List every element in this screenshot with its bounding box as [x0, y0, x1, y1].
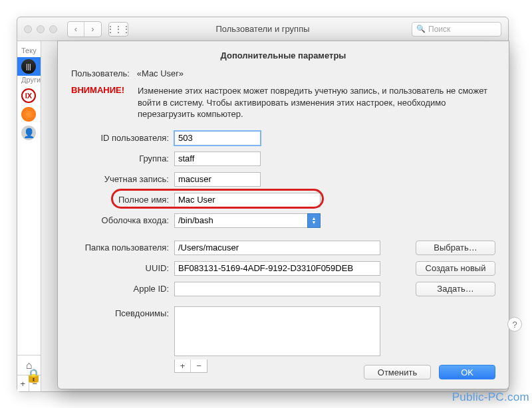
lock-button[interactable]: 🔒: [25, 367, 42, 383]
set-apple-id-button[interactable]: Задать…: [416, 282, 495, 296]
group-label: Группа:: [71, 153, 174, 163]
aliases-label: Псевдонимы:: [71, 306, 174, 318]
dropdown-arrow-icon[interactable]: ▲▼: [307, 213, 321, 228]
user-name: «Mac User»: [137, 68, 184, 78]
forward-button[interactable]: ›: [84, 22, 101, 37]
home-dir-field[interactable]: [174, 241, 380, 255]
choose-home-button[interactable]: Выбрать…: [416, 241, 495, 255]
sidebar-item-user[interactable]: IX: [17, 86, 41, 105]
user-id-row: ID пользователя:: [71, 130, 495, 147]
uuid-field[interactable]: [174, 261, 380, 276]
home-dir-row: Папка пользователя: Выбрать…: [71, 239, 495, 256]
close-window-button[interactable]: [24, 25, 32, 33]
users-sidebar: Теку ||| Други IX 👤 ⌂ + −: [17, 41, 41, 391]
help-button[interactable]: ?: [507, 317, 522, 332]
uuid-row: UUID: Создать новый: [71, 260, 495, 277]
full-name-label: Полное имя:: [71, 195, 174, 205]
account-label: Учетная запись:: [71, 174, 174, 184]
full-name-field[interactable]: [174, 193, 321, 207]
group-row: Группа:: [71, 150, 495, 167]
user-row: Пользователь: «Mac User»: [71, 68, 495, 78]
avatar-guest-icon: 👤: [21, 126, 36, 140]
create-new-uuid-button[interactable]: Создать новый: [416, 261, 495, 276]
aliases-plusminus: + −: [174, 359, 207, 373]
back-button[interactable]: ‹: [68, 22, 84, 37]
search-icon: 🔍: [416, 25, 426, 33]
search-input[interactable]: 🔍 Поиск: [412, 22, 501, 37]
help-icon: ?: [512, 320, 517, 330]
sidebar-heading-other: Други: [17, 76, 41, 84]
warning-label: ВНИМАНИЕ!: [71, 85, 138, 120]
user-label: Пользователь:: [71, 68, 130, 78]
sidebar-item-current-user[interactable]: |||: [17, 57, 41, 76]
warning-row: ВНИМАНИЕ! Изменение этих настроек может …: [71, 85, 495, 120]
user-id-field[interactable]: [174, 131, 261, 146]
lock-icon: 🔒: [25, 368, 42, 383]
watermark: Public-PC.com: [452, 391, 529, 404]
group-field[interactable]: [174, 152, 261, 166]
sidebar-item-user[interactable]: [17, 105, 41, 124]
advanced-options-sheet: Дополнительные параметры Пользователь: «…: [57, 41, 509, 389]
show-all-button[interactable]: ⋮⋮⋮: [108, 22, 128, 37]
avatar-disabled-icon: IX: [21, 88, 36, 103]
titlebar: ‹ › ⋮⋮⋮ Пользователи и группы 🔍 Поиск: [17, 17, 508, 41]
apple-id-label: Apple ID:: [71, 284, 174, 294]
avatar-icon: [21, 107, 36, 122]
avatar-piano-icon: |||: [21, 59, 36, 74]
warning-text: Изменение этих настроек может повредить …: [138, 85, 495, 120]
apple-id-field[interactable]: [174, 282, 380, 296]
zoom-window-button[interactable]: [49, 25, 57, 33]
add-alias-button[interactable]: +: [175, 359, 191, 372]
ok-button[interactable]: OK: [439, 365, 495, 379]
login-shell-label: Оболочка входа:: [71, 215, 174, 225]
full-name-row: Полное имя:: [71, 191, 495, 209]
login-shell-field[interactable]: [174, 213, 307, 228]
account-row: Учетная запись:: [71, 171, 495, 188]
window-title: Пользователи и группы: [215, 24, 309, 34]
minimize-window-button[interactable]: [37, 25, 45, 33]
login-shell-select[interactable]: ▲▼: [174, 213, 321, 228]
search-placeholder: Поиск: [428, 25, 450, 34]
window-controls: [17, 25, 57, 33]
sheet-title: Дополнительные параметры: [71, 51, 495, 60]
remove-alias-button[interactable]: −: [191, 359, 207, 372]
uuid-label: UUID:: [71, 263, 174, 273]
home-dir-label: Папка пользователя:: [71, 243, 174, 253]
user-id-label: ID пользователя:: [71, 133, 174, 143]
sidebar-item-user[interactable]: 👤: [17, 124, 41, 142]
account-field[interactable]: [174, 172, 261, 187]
nav-buttons: ‹ ›: [67, 21, 102, 37]
cancel-button[interactable]: Отменить: [364, 365, 431, 379]
apple-id-row: Apple ID: Задать…: [71, 280, 495, 298]
aliases-row: Псевдонимы:: [71, 306, 495, 356]
aliases-list[interactable]: [174, 306, 380, 356]
dialog-buttons: Отменить OK: [364, 365, 495, 379]
sidebar-heading-current: Теку: [17, 47, 41, 54]
login-shell-row: Оболочка входа: ▲▼: [71, 212, 495, 229]
